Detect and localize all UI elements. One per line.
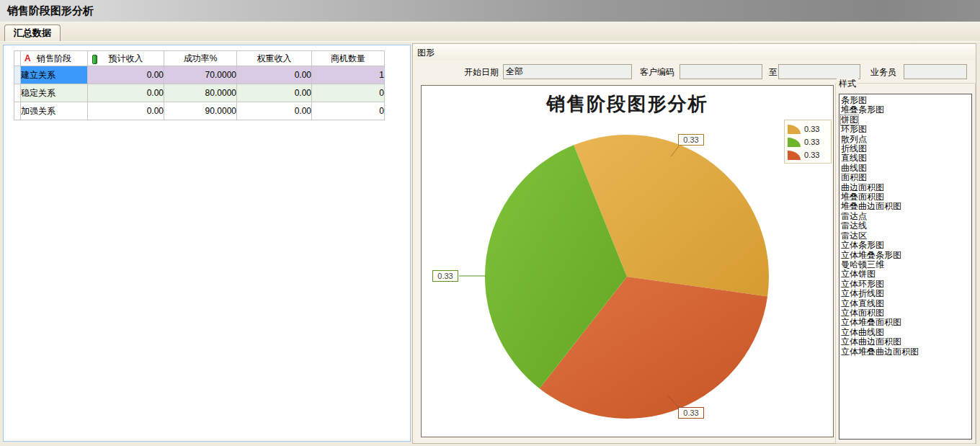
legend-swatch-icon — [788, 125, 801, 134]
tab-strip: 汇总数据 — [0, 22, 980, 42]
column-header-success-rate[interactable]: 成功率% — [164, 51, 237, 66]
green-bar-icon — [92, 55, 97, 64]
style-list-item[interactable]: 立体饼图 — [839, 269, 971, 279]
legend-swatch-icon — [788, 138, 801, 147]
pie-data-label: 0.33 — [678, 134, 704, 146]
graph-panel: 图形 开始日期 全部 客户编码 至 业务员 — [412, 43, 976, 444]
style-list-item[interactable]: 条形图 — [839, 96, 971, 105]
style-list-item[interactable]: 雷达区 — [839, 231, 971, 241]
chart-title: 销售阶段图形分析 — [422, 92, 833, 117]
legend-entry: 0.33 — [788, 135, 831, 148]
salesman-input[interactable] — [904, 64, 967, 79]
row-selector-header[interactable] — [14, 51, 21, 66]
table-header-row: A 销售阶段 预计收入 成功率% 权重收入 商机数量 — [14, 51, 385, 66]
legend-value: 0.33 — [804, 151, 819, 159]
graph-panel-title: 图形 — [417, 47, 435, 59]
chart-style-listbox[interactable]: 条形图堆叠条形图饼图环形图散列点折线图直线图曲线图面积图曲边面积图堆叠面积图堆叠… — [839, 94, 972, 440]
legend-entry: 0.33 — [788, 148, 831, 161]
customer-code-label: 客户编码 — [640, 66, 674, 79]
column-header-expected-income[interactable]: 预计收入 — [88, 51, 164, 66]
table-cell[interactable]: 80.0000 — [164, 84, 237, 102]
style-list-item[interactable]: 立体环形图 — [839, 280, 971, 289]
table-cell[interactable]: 0.00 — [88, 102, 164, 120]
legend-value: 0.33 — [804, 125, 819, 133]
row-selector[interactable] — [14, 84, 21, 102]
window-title: 销售阶段图形分析 — [7, 4, 94, 18]
row-selector[interactable] — [14, 66, 21, 84]
column-header-stage[interactable]: A 销售阶段 — [21, 51, 88, 66]
pie-data-label: 0.33 — [678, 407, 704, 419]
style-list-item[interactable]: 立体条形图 — [839, 241, 971, 250]
style-group-title: 样式 — [837, 78, 858, 90]
style-list-item[interactable]: 折线图 — [839, 144, 971, 153]
graph-panel-header: 图形 — [413, 44, 976, 61]
table-cell[interactable]: 90.0000 — [164, 102, 237, 120]
start-date-input[interactable]: 全部 — [503, 64, 632, 79]
legend-value: 0.33 — [804, 138, 819, 146]
style-list-item[interactable]: 立体直线图 — [839, 299, 971, 308]
style-list-item[interactable]: 堆叠曲边面积图 — [839, 202, 971, 211]
table-cell[interactable]: 建立关系 — [21, 66, 88, 84]
table-row[interactable]: 建立关系0.0070.00000.001 — [14, 66, 385, 84]
window-title-bar: 销售阶段图形分析 — [0, 0, 980, 22]
table-cell[interactable]: 0.00 — [237, 66, 312, 84]
tab-summary-data[interactable]: 汇总数据 — [4, 24, 61, 41]
column-header-weighted-income[interactable]: 权重收入 — [237, 51, 312, 66]
sort-letter-icon: A — [24, 53, 31, 63]
style-list-item[interactable]: 立体曲边面积图 — [839, 337, 971, 347]
summary-table: A 销售阶段 预计收入 成功率% 权重收入 商机数量 — [14, 50, 385, 120]
legend-entry: 0.33 — [788, 122, 831, 135]
style-list-item[interactable]: 堆叠面积图 — [839, 192, 971, 202]
app-window: 销售阶段图形分析 汇总数据 A 销售阶段 预计收入 成功率% — [0, 0, 980, 446]
table-cell[interactable]: 1 — [312, 66, 385, 84]
to-label: 至 — [769, 66, 778, 79]
table-cell[interactable]: 0 — [312, 102, 385, 120]
legend-swatch-icon — [788, 151, 801, 160]
style-list-item[interactable]: 立体面积图 — [839, 308, 971, 318]
table-cell[interactable]: 0.00 — [237, 84, 312, 102]
style-list-item[interactable]: 雷达线 — [839, 221, 971, 231]
style-list-item[interactable]: 环形图 — [839, 125, 971, 134]
table-cell[interactable]: 加强关系 — [21, 102, 88, 120]
table-row[interactable]: 稳定关系0.0080.00000.000 — [14, 84, 385, 102]
customer-code-input[interactable] — [680, 64, 762, 79]
style-list-item[interactable]: 堆叠条形图 — [839, 105, 971, 115]
table-cell[interactable]: 0.00 — [88, 66, 164, 84]
table-cell[interactable]: 0.00 — [237, 102, 312, 120]
summary-table-panel: A 销售阶段 预计收入 成功率% 权重收入 商机数量 — [3, 45, 411, 442]
style-list-item[interactable]: 立体堆叠条形图 — [839, 251, 971, 260]
style-list-item[interactable]: 曲边面积图 — [839, 183, 971, 192]
style-list-item[interactable]: 立体曲线图 — [839, 328, 971, 337]
style-list-item[interactable]: 面积图 — [839, 173, 971, 182]
table-cell[interactable]: 稳定关系 — [21, 84, 88, 102]
style-list-item-selected[interactable]: 饼图 — [839, 115, 971, 125]
table-cell[interactable]: 70.0000 — [164, 66, 237, 84]
style-list-item[interactable]: 立体堆叠曲边面积图 — [839, 347, 971, 357]
style-list-item[interactable]: 直线图 — [839, 153, 971, 163]
table-cell[interactable]: 0.00 — [88, 84, 164, 102]
style-list-item[interactable]: 雷达点 — [839, 212, 971, 221]
style-list-item[interactable]: 曼哈顿三维 — [839, 260, 971, 269]
style-list-item[interactable]: 立体堆叠面积图 — [839, 318, 971, 327]
style-list-item[interactable]: 曲线图 — [839, 164, 971, 173]
chart-area: 销售阶段图形分析 0.33 0.33 0.33 0.330.330.33 — [421, 85, 834, 437]
chart-legend: 0.330.330.33 — [784, 120, 832, 164]
column-header-opportunity-count[interactable]: 商机数量 — [312, 51, 385, 66]
table-cell[interactable]: 0 — [312, 84, 385, 102]
customer-code-to-input[interactable] — [778, 64, 860, 79]
style-list-item[interactable]: 立体折线图 — [839, 289, 971, 298]
pie-chart — [422, 86, 833, 437]
pie-data-label: 0.33 — [432, 270, 458, 282]
start-date-label: 开始日期 — [464, 66, 499, 79]
style-list-item[interactable]: 散列点 — [839, 135, 971, 144]
table-row[interactable]: 加强关系0.0090.00000.000 — [14, 102, 385, 120]
row-selector[interactable] — [14, 102, 21, 120]
salesman-label: 业务员 — [870, 66, 896, 79]
